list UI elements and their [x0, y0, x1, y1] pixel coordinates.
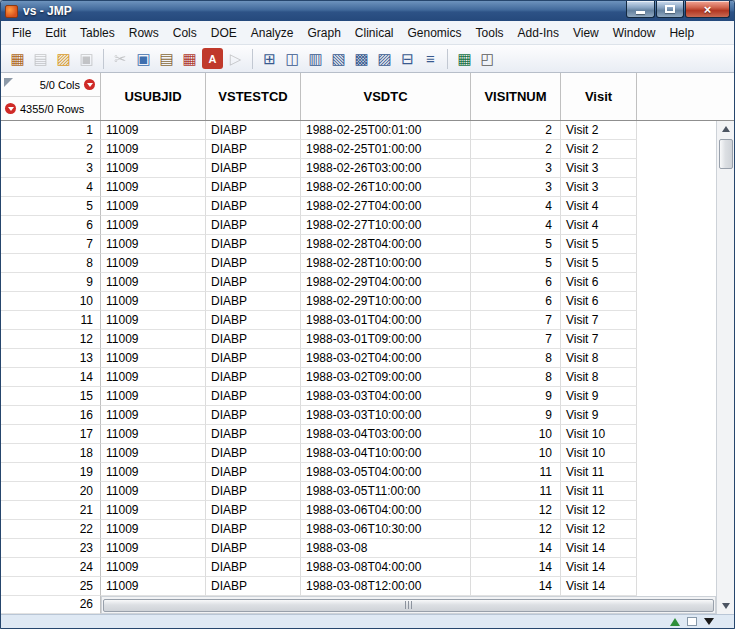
cell-vsdtc[interactable]: 1988-03-08T04:00:00 — [301, 558, 471, 577]
cell-visit[interactable]: Visit 12 — [561, 501, 637, 520]
cell-vstestcd[interactable]: DIABP — [206, 273, 301, 292]
cell-visitnum[interactable]: 2 — [471, 121, 561, 140]
cell-visitnum[interactable]: 8 — [471, 349, 561, 368]
cell-visit[interactable]: Visit 10 — [561, 425, 637, 444]
cell-vsdtc[interactable]: 1988-03-06T10:30:00 — [301, 520, 471, 539]
summary-icon[interactable]: ⊞ — [259, 48, 280, 69]
cell-visitnum[interactable]: 8 — [471, 368, 561, 387]
copy-icon[interactable]: ▣ — [133, 48, 154, 69]
cell-visit[interactable]: Visit 2 — [561, 140, 637, 159]
cell-usubjid[interactable]: 11009 — [101, 425, 206, 444]
row-number[interactable]: 12 — [1, 330, 101, 349]
row-number[interactable]: 21 — [1, 501, 101, 520]
join-icon[interactable]: ▧ — [328, 48, 349, 69]
cell-visit[interactable]: Visit 9 — [561, 387, 637, 406]
cell-vsdtc[interactable]: 1988-02-29T04:00:00 — [301, 273, 471, 292]
cell-visitnum[interactable]: 12 — [471, 520, 561, 539]
cell-vsdtc[interactable]: 1988-03-05T11:00:00 — [301, 482, 471, 501]
vertical-scrollbar-thumb[interactable] — [719, 139, 733, 169]
cell-vstestcd[interactable]: DIABP — [206, 292, 301, 311]
row-number[interactable]: 5 — [1, 197, 101, 216]
cell-visit[interactable]: Visit 3 — [561, 178, 637, 197]
cell-vsdtc[interactable]: 1988-03-03T04:00:00 — [301, 387, 471, 406]
menu-rows[interactable]: Rows — [122, 23, 166, 43]
cell-vstestcd[interactable]: DIABP — [206, 140, 301, 159]
cell-vstestcd[interactable]: DIABP — [206, 406, 301, 425]
row-number[interactable]: 14 — [1, 368, 101, 387]
transpose-icon[interactable]: ⊟ — [397, 48, 418, 69]
cell-visit[interactable]: Visit 6 — [561, 292, 637, 311]
cell-vstestcd[interactable]: DIABP — [206, 197, 301, 216]
cell-visit[interactable]: Visit 4 — [561, 197, 637, 216]
cell-vsdtc[interactable]: 1988-02-27T04:00:00 — [301, 197, 471, 216]
cell-visit[interactable]: Visit 7 — [561, 330, 637, 349]
cell-vsdtc[interactable]: 1988-03-01T09:00:00 — [301, 330, 471, 349]
cell-vsdtc[interactable]: 1988-03-06T04:00:00 — [301, 501, 471, 520]
row-number[interactable]: 26 — [1, 596, 101, 614]
cell-visitnum[interactable]: 11 — [471, 463, 561, 482]
cell-visitnum[interactable]: 5 — [471, 235, 561, 254]
cell-visitnum[interactable]: 3 — [471, 159, 561, 178]
cell-vstestcd[interactable]: DIABP — [206, 216, 301, 235]
cell-vsdtc[interactable]: 1988-02-28T10:00:00 — [301, 254, 471, 273]
cell-usubjid[interactable]: 11009 — [101, 558, 206, 577]
cell-visitnum[interactable]: 9 — [471, 387, 561, 406]
row-number[interactable]: 11 — [1, 311, 101, 330]
menu-view[interactable]: View — [566, 23, 606, 43]
cell-usubjid[interactable]: 11009 — [101, 444, 206, 463]
cell-visitnum[interactable]: 10 — [471, 425, 561, 444]
cell-vstestcd[interactable]: DIABP — [206, 501, 301, 520]
menu-doe[interactable]: DOE — [204, 23, 244, 43]
cell-usubjid[interactable]: 11009 — [101, 539, 206, 558]
cell-vstestcd[interactable]: DIABP — [206, 425, 301, 444]
cell-usubjid[interactable]: 11009 — [101, 216, 206, 235]
cell-visit[interactable]: Visit 4 — [561, 216, 637, 235]
cell-visit[interactable]: Visit 10 — [561, 444, 637, 463]
cell-usubjid[interactable]: 11009 — [101, 140, 206, 159]
cell-usubjid[interactable]: 11009 — [101, 292, 206, 311]
cell-usubjid[interactable]: 11009 — [101, 368, 206, 387]
menu-edit[interactable]: Edit — [38, 23, 73, 43]
row-number[interactable]: 15 — [1, 387, 101, 406]
cell-usubjid[interactable]: 11009 — [101, 235, 206, 254]
cell-usubjid[interactable]: 11009 — [101, 349, 206, 368]
row-number[interactable]: 22 — [1, 520, 101, 539]
jump-to-top-icon[interactable] — [670, 618, 680, 626]
cell-visitnum[interactable]: 7 — [471, 330, 561, 349]
column-header-visitnum[interactable]: VISITNUM — [471, 73, 561, 120]
row-number[interactable]: 20 — [1, 482, 101, 501]
data-view-icon[interactable] — [687, 617, 697, 626]
cell-visit[interactable]: Visit 2 — [561, 121, 637, 140]
cell-visit[interactable]: Visit 14 — [561, 558, 637, 577]
horizontal-scrollbar-thumb[interactable] — [103, 599, 714, 612]
cell-usubjid[interactable]: 11009 — [101, 463, 206, 482]
split-icon[interactable]: ▨ — [374, 48, 395, 69]
cell-usubjid[interactable]: 11009 — [101, 330, 206, 349]
menu-analyze[interactable]: Analyze — [244, 23, 301, 43]
cell-vsdtc[interactable]: 1988-03-03T10:00:00 — [301, 406, 471, 425]
cell-visitnum[interactable]: 9 — [471, 406, 561, 425]
open-icon[interactable]: ▨ — [53, 48, 74, 69]
cell-visitnum[interactable]: 6 — [471, 273, 561, 292]
menu-file[interactable]: File — [5, 23, 38, 43]
cell-usubjid[interactable]: 11009 — [101, 159, 206, 178]
cell-vstestcd[interactable]: DIABP — [206, 349, 301, 368]
cell-visit[interactable]: Visit 8 — [561, 368, 637, 387]
cell-usubjid[interactable]: 11009 — [101, 311, 206, 330]
cell-visitnum[interactable]: 4 — [471, 216, 561, 235]
paste-icon[interactable]: ▤ — [156, 48, 177, 69]
cell-vstestcd[interactable]: DIABP — [206, 444, 301, 463]
rows-menu-icon[interactable] — [5, 103, 16, 114]
new-data-table-icon[interactable]: ▦ — [7, 48, 28, 69]
cell-vstestcd[interactable]: DIABP — [206, 577, 301, 596]
close-button[interactable]: × — [685, 1, 730, 18]
cell-visit[interactable]: Visit 8 — [561, 349, 637, 368]
cell-vsdtc[interactable]: 1988-02-26T10:00:00 — [301, 178, 471, 197]
cell-visit[interactable]: Visit 6 — [561, 273, 637, 292]
cell-usubjid[interactable]: 11009 — [101, 254, 206, 273]
excel-import-icon[interactable]: ▦ — [454, 48, 475, 69]
print-table-icon[interactable]: ▦ — [179, 48, 200, 69]
cell-visit[interactable]: Visit 9 — [561, 406, 637, 425]
cell-vsdtc[interactable]: 1988-02-27T10:00:00 — [301, 216, 471, 235]
menu-graph[interactable]: Graph — [300, 23, 347, 43]
